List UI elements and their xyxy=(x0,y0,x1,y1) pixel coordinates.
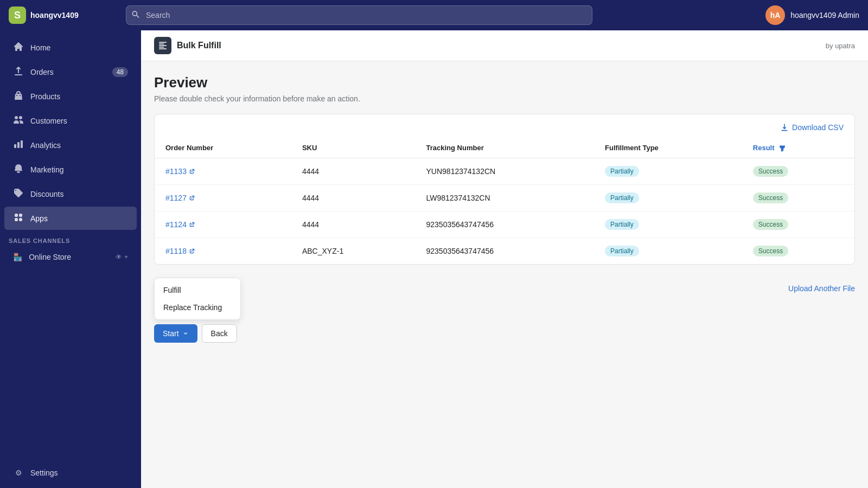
dropdown-menu: Fulfill Replace Tracking xyxy=(154,278,241,320)
nav-username: hoangvv1409 Admin xyxy=(790,11,859,20)
search-bar xyxy=(126,5,592,25)
eye-icon: 👁 xyxy=(116,253,122,261)
fulfillment-type-cell: Partially xyxy=(594,211,742,237)
order-number-cell: #1118 xyxy=(155,237,291,264)
order-number-cell: #1133 xyxy=(155,158,291,184)
data-table-card: Download CSV Order Number SKU Tracking N… xyxy=(154,114,855,265)
bottom-actions: Fulfill Replace Tracking Start Back Uplo… xyxy=(154,278,855,356)
page-subtitle: Please double check your information bef… xyxy=(154,94,855,103)
top-nav: S hoangvv1409 hA hoangvv1409 Admin xyxy=(0,0,868,30)
download-csv-button[interactable]: Download CSV xyxy=(780,123,844,132)
sidebar-item-label: Analytics xyxy=(30,141,61,150)
fulfillment-badge: Partially xyxy=(605,246,639,256)
sidebar-item-apps[interactable]: Apps xyxy=(4,207,137,230)
shopify-icon: S xyxy=(9,7,26,24)
sidebar-item-label: Discounts xyxy=(30,190,63,198)
discounts-icon xyxy=(13,188,24,200)
sidebar: Home Orders 48 Products Customers Analyt… xyxy=(0,30,141,488)
nav-right: hA hoangvv1409 Admin xyxy=(765,5,859,25)
table-row: #1127 4444 LW9812374132CN Partially Succ… xyxy=(155,184,854,211)
sidebar-badge-orders: 48 xyxy=(112,67,128,77)
sidebar-item-discounts[interactable]: Discounts xyxy=(4,182,137,206)
result-cell: Success xyxy=(742,158,854,184)
sku-cell: 4444 xyxy=(291,211,416,237)
products-icon xyxy=(13,90,24,102)
search-icon xyxy=(131,10,140,21)
sidebar-item-analytics[interactable]: Analytics xyxy=(4,133,137,157)
back-button[interactable]: Back xyxy=(202,324,237,343)
sku-cell: ABC_XYZ-1 xyxy=(291,237,416,264)
sku-cell: 4444 xyxy=(291,158,416,184)
tracking-cell: LW9812374132CN xyxy=(416,184,595,211)
order-link[interactable]: #1124 xyxy=(165,220,280,229)
main-content: Bulk Fulfill by upatra Preview Please do… xyxy=(141,30,868,488)
orders-icon xyxy=(13,66,24,78)
tracking-cell: 9235035643747456 xyxy=(416,211,595,237)
sidebar-item-marketing[interactable]: Marketing xyxy=(4,158,137,181)
sidebar-item-label: Products xyxy=(30,92,60,101)
fulfillment-badge: Partially xyxy=(605,219,639,230)
tracking-cell: 9235035643747456 xyxy=(416,237,595,264)
page-title: Preview xyxy=(154,74,855,91)
search-input[interactable] xyxy=(126,5,592,25)
order-number-cell: #1127 xyxy=(155,184,291,211)
home-icon xyxy=(13,41,24,54)
fulfillment-type-cell: Partially xyxy=(594,184,742,211)
col-order-number: Order Number xyxy=(155,138,291,158)
sidebar-item-customers[interactable]: Customers xyxy=(4,109,137,132)
col-fulfillment: Fulfillment Type xyxy=(594,138,742,158)
sidebar-item-label: Online Store xyxy=(29,253,71,261)
order-link[interactable]: #1127 xyxy=(165,194,280,202)
customers-icon xyxy=(13,114,24,127)
btn-group: Start Back xyxy=(154,324,241,343)
order-link[interactable]: #1118 xyxy=(165,247,280,255)
marketing-icon xyxy=(13,163,24,176)
sidebar-item-settings[interactable]: ⚙ Settings xyxy=(4,463,137,483)
sidebar-item-label: Apps xyxy=(30,214,48,223)
avatar[interactable]: hA xyxy=(765,5,785,25)
result-cell: Success xyxy=(742,237,854,264)
col-tracking: Tracking Number xyxy=(416,138,595,158)
plus-icon: + xyxy=(124,253,128,261)
fulfillment-badge: Partially xyxy=(605,192,639,203)
col-result[interactable]: Result xyxy=(742,138,854,158)
brand-name: hoangvv1409 xyxy=(30,11,79,20)
sales-channels-label: SALES CHANNELS xyxy=(0,231,141,246)
result-badge: Success xyxy=(753,192,788,203)
sidebar-item-online-store[interactable]: 🏪 Online Store 👁 + xyxy=(4,247,137,267)
table-row: #1133 4444 YUN9812374132CN Partially Suc… xyxy=(155,158,854,184)
fulfillment-type-cell: Partially xyxy=(594,158,742,184)
start-button[interactable]: Start xyxy=(154,324,197,343)
result-cell: Success xyxy=(742,184,854,211)
col-sku: SKU xyxy=(291,138,416,158)
sku-cell: 4444 xyxy=(291,184,416,211)
sidebar-item-label: Customers xyxy=(30,117,67,125)
start-label: Start xyxy=(163,329,179,338)
download-csv-label: Download CSV xyxy=(792,123,844,132)
table-row: #1118 ABC_XYZ-1 9235035643747456 Partial… xyxy=(155,237,854,264)
result-cell: Success xyxy=(742,211,854,237)
sidebar-item-label: Marketing xyxy=(30,165,63,174)
fulfillment-badge: Partially xyxy=(605,166,639,177)
app-logo xyxy=(154,37,171,54)
dropdown-item-replace-tracking[interactable]: Replace Tracking xyxy=(155,299,240,316)
sidebar-item-products[interactable]: Products xyxy=(4,85,137,108)
order-number-cell: #1124 xyxy=(155,211,291,237)
upload-another-file-link[interactable]: Upload Another File xyxy=(788,278,855,293)
brand-logo[interactable]: S hoangvv1409 xyxy=(9,7,117,24)
app-title: Bulk Fulfill xyxy=(177,41,221,50)
tracking-cell: YUN9812374132CN xyxy=(416,158,595,184)
settings-icon: ⚙ xyxy=(13,468,24,477)
fulfillment-type-cell: Partially xyxy=(594,237,742,264)
orders-table: Order Number SKU Tracking Number Fulfill… xyxy=(155,138,854,264)
order-link[interactable]: #1133 xyxy=(165,167,280,176)
sidebar-item-home[interactable]: Home xyxy=(4,36,137,59)
by-upatra: by upatra xyxy=(826,42,855,50)
result-badge: Success xyxy=(753,246,788,256)
dropdown-item-fulfill[interactable]: Fulfill xyxy=(155,281,240,299)
sidebar-item-orders[interactable]: Orders 48 xyxy=(4,60,137,84)
sidebar-item-label: Orders xyxy=(30,68,54,76)
result-badge: Success xyxy=(753,219,788,230)
apps-icon xyxy=(13,212,24,224)
table-row: #1124 4444 9235035643747456 Partially Su… xyxy=(155,211,854,237)
